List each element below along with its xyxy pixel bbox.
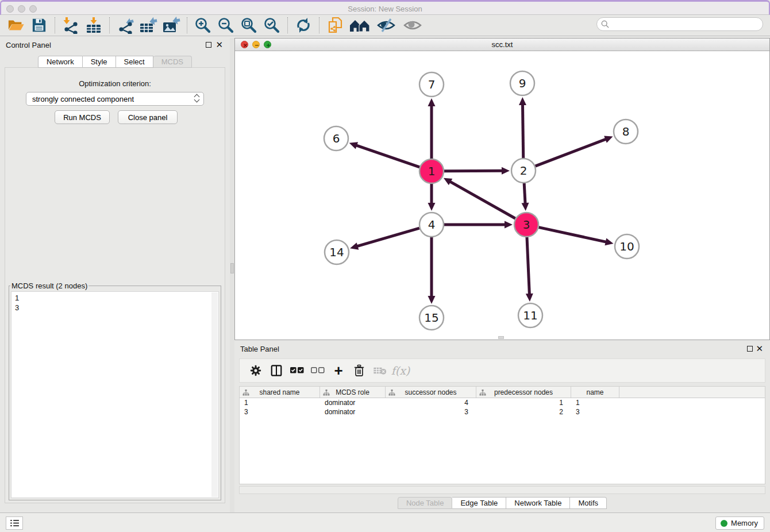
column-header-shared-name[interactable]: shared name	[240, 387, 320, 398]
import-network-button[interactable]	[61, 16, 80, 34]
float-panel-icon[interactable]	[206, 42, 211, 48]
run-mcds-button[interactable]: Run MCDS	[55, 110, 110, 124]
cell-name[interactable]: 3	[571, 408, 619, 416]
table-row[interactable]: 1 dominator 4 1 1	[240, 398, 765, 407]
close-panel-button[interactable]: Close panel	[118, 110, 178, 124]
canvas-resize-grip[interactable]	[498, 336, 504, 339]
network-window-titlebar[interactable]: scc.txt	[235, 38, 769, 51]
close-panel-icon[interactable]: ✕	[215, 40, 223, 50]
refresh-button[interactable]	[294, 16, 313, 34]
graph-edge-3-10[interactable]	[538, 228, 606, 242]
import-table-button[interactable]	[84, 16, 103, 34]
table-hscrollbar[interactable]	[239, 486, 765, 494]
add-column-button[interactable]: +	[328, 361, 349, 380]
tab-select[interactable]: Select	[116, 56, 153, 68]
save-session-button[interactable]	[29, 16, 49, 34]
show-graphics-details-button[interactable]	[401, 16, 424, 34]
criterion-dropdown[interactable]: strongly connected component	[26, 92, 204, 106]
cell-shared-name[interactable]: 1	[240, 399, 320, 407]
tree-icon	[479, 390, 486, 396]
graph-edge-1-6[interactable]	[356, 145, 419, 167]
cell-successor-nodes[interactable]: 3	[386, 408, 476, 416]
import-network-icon	[62, 17, 79, 34]
tab-node-table[interactable]: Node Table	[398, 497, 453, 509]
save-icon	[32, 18, 47, 33]
zoom-selected-icon	[263, 17, 280, 34]
mcds-result-line: 1	[15, 293, 218, 303]
graph-node-label: 7	[428, 78, 436, 91]
column-header-name[interactable]: name	[571, 387, 619, 398]
cell-successor-nodes[interactable]: 4	[386, 399, 476, 407]
cell-predecessor-nodes[interactable]: 1	[476, 399, 571, 407]
refresh-icon	[295, 17, 312, 34]
result-scrollbar[interactable]	[211, 292, 218, 497]
tab-network[interactable]: Network	[38, 56, 83, 68]
graph-edge-2-8[interactable]	[536, 139, 607, 166]
cell-mcds-role[interactable]: dominator	[320, 408, 386, 416]
delete-column-button[interactable]	[349, 361, 369, 380]
network-window-title: scc.txt	[235, 40, 769, 49]
hide-graphics-details-button[interactable]	[375, 16, 398, 34]
mcds-result-text[interactable]: 1 3	[11, 291, 219, 498]
cell-shared-name[interactable]: 3	[240, 408, 320, 416]
cell-predecessor-nodes[interactable]: 2	[476, 408, 571, 416]
graph-arrowhead	[428, 203, 436, 211]
network-canvas[interactable]: 7968124314101511	[235, 51, 769, 340]
graph-edge-4-14[interactable]	[357, 228, 419, 246]
export-network-button[interactable]	[116, 16, 135, 34]
export-image-button[interactable]	[161, 16, 181, 34]
mcds-result-line: 3	[15, 303, 218, 313]
graph-node-label: 3	[523, 218, 530, 232]
zoom-selected-button[interactable]	[262, 16, 282, 34]
control-panel-tabs: Network Style Select MCDS	[0, 56, 230, 68]
network-graph[interactable]: 7968124314101511	[235, 51, 769, 340]
function-builder-button-disabled: f(x)	[390, 361, 411, 380]
splitter-grip[interactable]	[230, 263, 234, 273]
search-input[interactable]	[611, 20, 763, 28]
tab-mcds[interactable]: MCDS	[153, 56, 192, 68]
table-settings-button[interactable]	[245, 361, 266, 380]
select-all-button[interactable]	[287, 361, 307, 380]
export-table-button[interactable]	[138, 16, 158, 34]
delete-table-button-disabled	[369, 361, 390, 380]
graph-edge-3-11[interactable]	[527, 237, 529, 295]
task-history-button[interactable]	[6, 516, 23, 530]
zoom-out-button[interactable]	[216, 16, 236, 34]
cell-name[interactable]: 1	[571, 399, 619, 407]
toolbar-separator	[187, 17, 187, 33]
panel-splitter[interactable]	[230, 38, 234, 512]
memory-button[interactable]: Memory	[715, 516, 764, 530]
tab-network-table[interactable]: Network Table	[506, 497, 570, 509]
graph-edge-2-3[interactable]	[524, 183, 525, 204]
graph-edge-2-9[interactable]	[522, 104, 523, 158]
close-table-panel-icon[interactable]: ✕	[756, 344, 763, 354]
table-panel-title: Table Panel	[240, 345, 279, 353]
zoom-fit-button[interactable]	[239, 16, 259, 34]
column-header-successor-nodes[interactable]: successor nodes	[386, 387, 476, 398]
copy-view-button[interactable]	[325, 16, 345, 34]
tree-icon	[242, 390, 249, 396]
export-image-icon	[162, 17, 180, 34]
open-file-button[interactable]	[6, 16, 26, 34]
houses-icon	[349, 18, 370, 33]
deselect-all-button[interactable]	[307, 361, 328, 380]
graph-edge-1-2[interactable]	[444, 171, 503, 171]
graph-arrowhead	[505, 221, 513, 229]
columns-icon	[270, 364, 283, 377]
control-panel-title: Control Panel	[6, 41, 51, 49]
float-table-panel-icon[interactable]	[747, 346, 753, 352]
search-box[interactable]	[596, 17, 763, 31]
control-panel: Control Panel ✕ Network Style Select MCD…	[0, 38, 230, 512]
column-visibility-button[interactable]	[266, 361, 287, 380]
graph-edge-3-1[interactable]	[449, 182, 515, 219]
column-header-predecessor-nodes[interactable]: predecessor nodes	[476, 387, 571, 398]
column-header-mcds-role[interactable]: MCDS role	[320, 387, 386, 398]
tab-style[interactable]: Style	[83, 56, 116, 68]
zoom-in-button[interactable]	[193, 16, 213, 34]
tab-motifs[interactable]: Motifs	[570, 497, 607, 509]
table-row[interactable]: 3 dominator 3 2 3	[240, 407, 765, 417]
cell-mcds-role[interactable]: dominator	[320, 399, 386, 407]
import-table-icon	[85, 17, 102, 34]
home-layout-button[interactable]	[348, 16, 371, 34]
tab-edge-table[interactable]: Edge Table	[452, 497, 506, 509]
